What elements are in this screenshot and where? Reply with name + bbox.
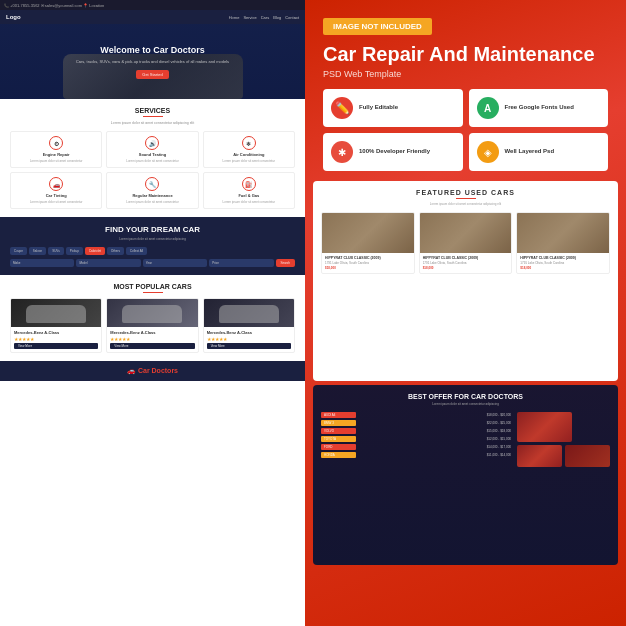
maintenance-icon: 🔧 <box>145 177 159 191</box>
hero-cta-button[interactable]: Get Started <box>136 70 168 79</box>
hero-subtitle: Cars, trucks, SUVs, vans & pick-up truck… <box>76 59 229 64</box>
model-select[interactable]: Model <box>76 259 140 267</box>
search-button[interactable]: Search <box>276 259 296 267</box>
product-title: Car Repair And Maintenance <box>323 43 608 65</box>
service-desc-tinting: Lorem ipsum dolor sit amet consectetur <box>15 200 97 204</box>
featured-car-name-1: HIPPYRAT CLUB CLASSIC (2009) <box>325 256 411 260</box>
dark-car-images <box>517 412 610 467</box>
find-car-section: FIND YOUR DREAM CAR Lorem ipsum dolor si… <box>0 217 305 275</box>
filter-saloon[interactable]: Saloon <box>29 247 46 255</box>
service-card-fuel: ⛽ Fuel & Gas Lorem ipsum dolor sit amet … <box>203 172 295 209</box>
car-shape-2 <box>122 305 182 323</box>
car-card-3: Mercedes-Benz A-Class ★★★★★ View More <box>203 298 295 353</box>
best-offer-subtitle: Lorem ipsum dolor sit amet consectetur a… <box>321 402 610 406</box>
main-container: 📞 +001-7855-3562 ✉ sales@yourmail.com 📍 … <box>0 0 626 626</box>
dark-content: AUDI A4 $18,000 - $20,000 BMW 3 $22,000 … <box>321 412 610 467</box>
year-select[interactable]: Year <box>143 259 207 267</box>
make-select[interactable]: Make <box>10 259 74 267</box>
price-label-volvo: VOLVO <box>321 428 356 434</box>
filter-suvs[interactable]: SUVs <box>48 247 64 255</box>
dark-car-img-small-2 <box>565 445 610 467</box>
price-select[interactable]: Price <box>209 259 273 267</box>
car-info-1: Mercedes-Benz A-Class ★★★★★ View More <box>11 327 101 352</box>
featured-subtitle: Lorem ipsum dolor sit amet consectetur a… <box>321 202 610 206</box>
nav-link-blog[interactable]: Blog <box>273 15 281 20</box>
featured-cars-title: FEATURED USED CARS <box>321 189 610 196</box>
layered-icon: ◈ <box>477 141 499 163</box>
developer-icon: ✱ <box>331 141 353 163</box>
nav-link-cars[interactable]: Cars <box>261 15 269 20</box>
price-value-audi: $18,000 - $20,000 <box>487 413 511 417</box>
featured-divider <box>456 198 476 199</box>
feature-label-editable: Fully Editable <box>359 104 398 112</box>
tinting-icon: 🚗 <box>49 177 63 191</box>
price-label-bmw: BMW 3 <box>321 420 356 426</box>
featured-car-price-3: $18,000 <box>520 266 606 270</box>
featured-cars-row: HIPPYRAT CLUB CLASSIC (2009) 1791 Lake O… <box>321 212 610 274</box>
filter-others[interactable]: Others <box>107 247 124 255</box>
site-logo: Logo <box>6 14 21 20</box>
service-name-ac: Air Conditioning <box>208 152 290 157</box>
car-stars-3: ★★★★★ <box>207 336 291 342</box>
featured-car-body-3: HIPPYRAT CLUB CLASSIC (2009) 1791 Lake O… <box>517 253 609 273</box>
popular-cars-title: MOST POPULAR CARS <box>10 283 295 290</box>
service-name-maintenance: Regular Maintenance <box>111 193 193 198</box>
find-car-row: Make Model Year Price Search <box>10 259 295 267</box>
services-grid: ⚙ Engine Repair Lorem ipsum dolor sit am… <box>10 131 295 209</box>
featured-car-img-1 <box>322 213 414 253</box>
car-btn-1[interactable]: View More <box>14 343 98 349</box>
car-shape-1 <box>26 305 86 323</box>
service-card-maintenance: 🔧 Regular Maintenance Lorem ipsum dolor … <box>106 172 198 209</box>
feature-card-editable: ✏️ Fully Editable <box>323 89 463 127</box>
service-desc-fuel: Lorem ipsum dolor sit amet consectetur <box>208 200 290 204</box>
nav-link-contact[interactable]: Contact <box>285 15 299 20</box>
filter-collect-all[interactable]: Collect All <box>126 247 147 255</box>
car-btn-3[interactable]: View More <box>207 343 291 349</box>
feature-card-layered: ◈ Well Layered Psd <box>469 133 609 171</box>
service-name-tinting: Car Tinting <box>15 193 97 198</box>
filter-coupe[interactable]: Coupe <box>10 247 27 255</box>
best-offer-panel: BEST OFFER FOR CAR DOCTORS Lorem ipsum d… <box>313 385 618 565</box>
featured-car-body-2: HIPPYRAT CLUB CLASSIC (2009) 1791 Lake O… <box>420 253 512 273</box>
car-btn-2[interactable]: View More <box>110 343 194 349</box>
car-image-3 <box>204 299 294 327</box>
service-card-ac: ❄ Air Conditioning Lorem ipsum dolor sit… <box>203 131 295 168</box>
site-nav-links: Home Service Cars Blog Contact <box>229 15 299 20</box>
engine-repair-icon: ⚙ <box>49 136 63 150</box>
featured-car-body-1: HIPPYRAT CLUB CLASSIC (2009) 1791 Lake O… <box>322 253 414 273</box>
service-card-sound: 🔊 Sound Testing Lorem ipsum dolor sit am… <box>106 131 198 168</box>
featured-car-loc-3: 1791 Lake Olivia, South Carolina <box>520 261 606 265</box>
ac-icon: ❄ <box>242 136 256 150</box>
service-name-fuel: Fuel & Gas <box>208 193 290 198</box>
footer-logo: 🚗 Car Doctors <box>127 367 178 375</box>
car-shape-3 <box>219 305 279 323</box>
service-desc-sound: Lorem ipsum dolor sit amet consectetur <box>111 159 193 163</box>
topbar-text: 📞 +001-7855-3562 ✉ sales@yourmail.com 📍 … <box>4 3 104 8</box>
filter-cabriolet[interactable]: Cabriolet <box>85 247 105 255</box>
featured-car-name-3: HIPPYRAT CLUB CLASSIC (2009) <box>520 256 606 260</box>
find-car-subtitle: Lorem ipsum dolor sit amet consectetur a… <box>10 237 295 241</box>
fuel-icon: ⛽ <box>242 177 256 191</box>
featured-car-price-2: $18,000 <box>423 266 509 270</box>
price-value-ford: $14,000 - $17,000 <box>487 445 511 449</box>
service-desc-maintenance: Lorem ipsum dolor sit amet consectetur <box>111 200 193 204</box>
feature-label-layered: Well Layered Psd <box>505 148 555 156</box>
car-name-2: Mercedes-Benz A-Class <box>110 330 194 335</box>
filter-pickup[interactable]: Pickup <box>66 247 83 255</box>
car-info-2: Mercedes-Benz A-Class ★★★★★ View More <box>107 327 197 352</box>
sound-testing-icon: 🔊 <box>145 136 159 150</box>
editable-icon: ✏️ <box>331 97 353 119</box>
right-panel-product-info: IMAGE NOT INCLUDED Car Repair And Mainte… <box>305 0 626 626</box>
features-grid: ✏️ Fully Editable A Free Google Fonts Us… <box>323 89 608 171</box>
nav-link-service[interactable]: Service <box>243 15 256 20</box>
price-value-bmw: $22,000 - $25,000 <box>487 421 511 425</box>
featured-car-img-3 <box>517 213 609 253</box>
nav-link-home[interactable]: Home <box>229 15 240 20</box>
popular-cars-section: MOST POPULAR CARS Mercedes-Benz A-Class … <box>0 275 305 361</box>
best-offer-title: BEST OFFER FOR CAR DOCTORS <box>321 393 610 400</box>
car-stars-2: ★★★★★ <box>110 336 194 342</box>
featured-car-1: HIPPYRAT CLUB CLASSIC (2009) 1791 Lake O… <box>321 212 415 274</box>
services-divider <box>143 116 163 117</box>
featured-car-img-2 <box>420 213 512 253</box>
featured-car-price-1: $18,000 <box>325 266 411 270</box>
